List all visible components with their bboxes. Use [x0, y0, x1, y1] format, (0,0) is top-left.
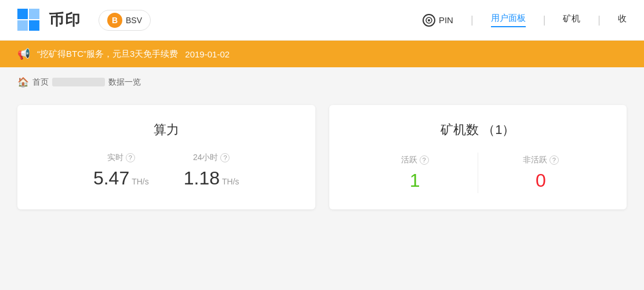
avg24-unit: TH/s [222, 177, 239, 186]
banner-date: 2019-01-02 [185, 49, 230, 59]
avg24-stat: 24小时 ? 1.18 TH/s [184, 153, 239, 189]
miners-card: 矿机数 （1） 活跃 ? 1 非活跃 ? 0 [329, 105, 627, 209]
coin-name: BSV [126, 16, 142, 25]
realtime-unit: TH/s [132, 177, 149, 186]
inactive-miners-stat: 非活跃 ? 0 [478, 155, 603, 191]
svg-rect-2 [17, 20, 28, 31]
inactive-label: 非活跃 ? [523, 155, 559, 165]
logo-icon [17, 9, 43, 32]
nav-divider-1: | [471, 14, 474, 26]
bitcoin-icon: B [107, 13, 122, 28]
active-miners-stat: 活跃 ? 1 [352, 155, 478, 191]
svg-rect-3 [29, 20, 39, 31]
miners-title: 矿机数 （1） [352, 121, 604, 139]
banner-text: “挖矿得BTC”服务，元旦3天免手续费 [37, 49, 178, 60]
hashrate-stats: 实时 ? 5.47 TH/s 24小时 ? 1.18 TH/s [41, 153, 292, 189]
header: 币印 B BSV PIN | 用户面板 | 矿机 | 收 [0, 0, 644, 41]
logo-text: 币印 [49, 10, 81, 30]
realtime-label: 实时 ? [107, 153, 135, 163]
speaker-icon: 📢 [17, 48, 30, 60]
avg24-value: 1.18 TH/s [184, 168, 239, 189]
nav-miners[interactable]: 矿机 [563, 13, 580, 27]
pin-icon [423, 14, 435, 27]
breadcrumb-home-label: 首页 [32, 77, 49, 88]
inactive-value: 0 [536, 170, 546, 191]
nav-user-panel[interactable]: 用户面板 [491, 13, 526, 27]
breadcrumb-current: 数据一览 [108, 77, 141, 88]
pin-label: PIN [439, 15, 453, 25]
avg24-label: 24小时 ? [193, 153, 230, 163]
home-icon: 🏠 [17, 77, 29, 88]
pin-nav[interactable]: PIN [423, 14, 453, 27]
realtime-help-icon[interactable]: ? [126, 153, 135, 162]
svg-point-5 [428, 19, 430, 21]
miners-stats: 活跃 ? 1 非活跃 ? 0 [352, 153, 604, 193]
announcement-banner: 📢 “挖矿得BTC”服务，元旦3天免手续费 2019-01-02 [0, 41, 644, 67]
nav-more[interactable]: 收 [618, 13, 627, 27]
logo-area: 币印 B BSV [17, 9, 151, 32]
hashrate-card: 算力 实时 ? 5.47 TH/s 24小时 ? 1.18 T [17, 105, 315, 209]
active-help-icon[interactable]: ? [420, 155, 429, 165]
svg-rect-1 [29, 9, 39, 19]
bsv-badge[interactable]: B BSV [99, 10, 151, 31]
active-label: 活跃 ? [401, 155, 429, 165]
svg-rect-0 [17, 9, 28, 19]
avg24-help-icon[interactable]: ? [220, 153, 230, 162]
header-nav: PIN | 用户面板 | 矿机 | 收 [423, 13, 627, 27]
main-content: 算力 实时 ? 5.47 TH/s 24小时 ? 1.18 T [0, 93, 644, 221]
breadcrumb: 🏠 首页 ■■■■ 数据一览 [0, 67, 644, 93]
hashrate-title: 算力 [41, 121, 292, 139]
realtime-value: 5.47 TH/s [93, 168, 149, 189]
inactive-help-icon[interactable]: ? [550, 155, 559, 165]
breadcrumb-masked: ■■■■ [52, 78, 105, 86]
nav-divider-3: | [598, 14, 601, 26]
nav-divider-2: | [543, 14, 546, 26]
realtime-stat: 实时 ? 5.47 TH/s [93, 153, 149, 189]
active-value: 1 [410, 170, 420, 191]
